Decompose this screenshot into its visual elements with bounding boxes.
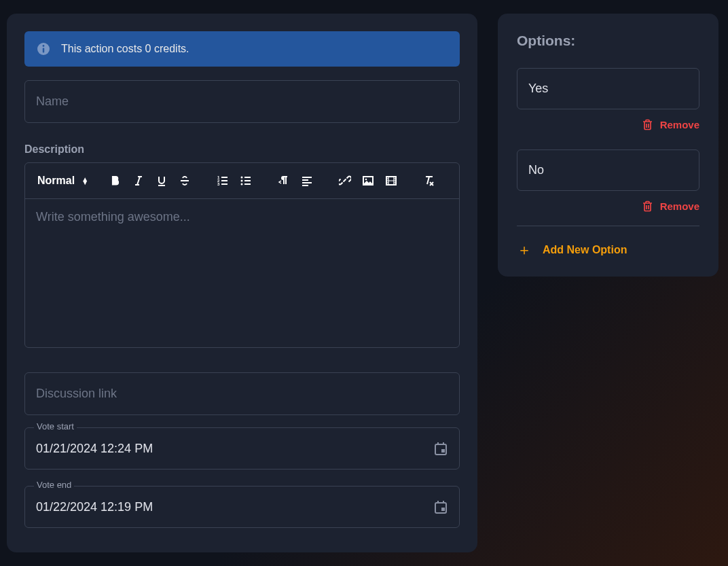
format-select[interactable]: Normal bbox=[37, 175, 75, 187]
vote-start-value: 01/21/2024 12:24 PM bbox=[36, 442, 153, 456]
info-icon bbox=[37, 42, 50, 56]
add-option-button[interactable]: ＋ Add New Option bbox=[517, 243, 699, 258]
italic-button[interactable] bbox=[129, 171, 148, 190]
options-panel: Options: Remove Remove ＋ Add New Option bbox=[498, 14, 718, 277]
svg-point-1 bbox=[43, 45, 45, 47]
format-select-arrows-icon[interactable]: ▲▼ bbox=[81, 177, 88, 184]
vote-end-field: Vote end 01/22/2024 12:19 PM bbox=[24, 486, 460, 528]
remove-label: Remove bbox=[660, 200, 699, 212]
remove-label: Remove bbox=[660, 119, 699, 130]
svg-text:3: 3 bbox=[217, 182, 220, 186]
vote-end-input[interactable]: 01/22/2024 12:19 PM bbox=[24, 486, 460, 528]
calendar-icon[interactable] bbox=[433, 441, 448, 456]
clear-format-button[interactable] bbox=[420, 171, 439, 190]
svg-rect-15 bbox=[441, 508, 445, 511]
description-textarea[interactable]: Write something awesome... bbox=[25, 199, 459, 347]
vote-start-input[interactable]: 01/21/2024 12:24 PM bbox=[24, 427, 460, 470]
remove-option-button[interactable]: Remove bbox=[517, 119, 699, 130]
option-item: Remove bbox=[517, 68, 699, 130]
banner-text: This action costs 0 credits. bbox=[61, 43, 189, 55]
plus-icon: ＋ bbox=[517, 243, 532, 258]
ordered-list-button[interactable]: 123 bbox=[213, 171, 232, 190]
options-title: Options: bbox=[517, 33, 699, 49]
option-item: Remove bbox=[517, 149, 699, 212]
description-label: Description bbox=[24, 143, 460, 156]
unordered-list-button[interactable] bbox=[236, 171, 255, 190]
name-input[interactable] bbox=[24, 80, 460, 123]
strikethrough-button[interactable] bbox=[175, 171, 194, 190]
add-option-label: Add New Option bbox=[543, 244, 627, 256]
editor-toolbar: Normal ▲▼ 123 bbox=[25, 163, 459, 199]
svg-rect-2 bbox=[43, 48, 44, 53]
bold-button[interactable] bbox=[106, 171, 125, 190]
svg-point-8 bbox=[241, 183, 243, 185]
rich-text-editor: Normal ▲▼ 123 bbox=[24, 162, 460, 348]
vote-end-label: Vote end bbox=[34, 480, 74, 490]
video-button[interactable] bbox=[382, 171, 401, 190]
image-button[interactable] bbox=[359, 171, 378, 190]
calendar-icon[interactable] bbox=[433, 499, 448, 514]
vote-start-label: Vote start bbox=[34, 421, 77, 431]
trash-icon bbox=[642, 200, 653, 212]
svg-point-10 bbox=[365, 179, 367, 181]
remove-option-button[interactable]: Remove bbox=[517, 200, 699, 212]
svg-rect-13 bbox=[441, 449, 445, 453]
credits-banner: This action costs 0 credits. bbox=[24, 31, 460, 67]
discussion-link-input[interactable] bbox=[24, 372, 460, 415]
option-input[interactable] bbox=[517, 68, 699, 109]
underline-button[interactable] bbox=[152, 171, 171, 190]
align-button[interactable] bbox=[297, 171, 316, 190]
main-form-panel: This action costs 0 credits. Description… bbox=[7, 14, 477, 552]
option-input[interactable] bbox=[517, 149, 699, 191]
vote-start-field: Vote start 01/21/2024 12:24 PM bbox=[24, 427, 460, 470]
svg-point-7 bbox=[241, 180, 243, 182]
text-direction-button[interactable] bbox=[274, 171, 293, 190]
svg-point-6 bbox=[241, 177, 243, 179]
link-button[interactable] bbox=[335, 171, 354, 190]
trash-icon bbox=[642, 119, 653, 130]
options-divider bbox=[517, 226, 699, 226]
vote-end-value: 01/22/2024 12:19 PM bbox=[36, 500, 153, 514]
